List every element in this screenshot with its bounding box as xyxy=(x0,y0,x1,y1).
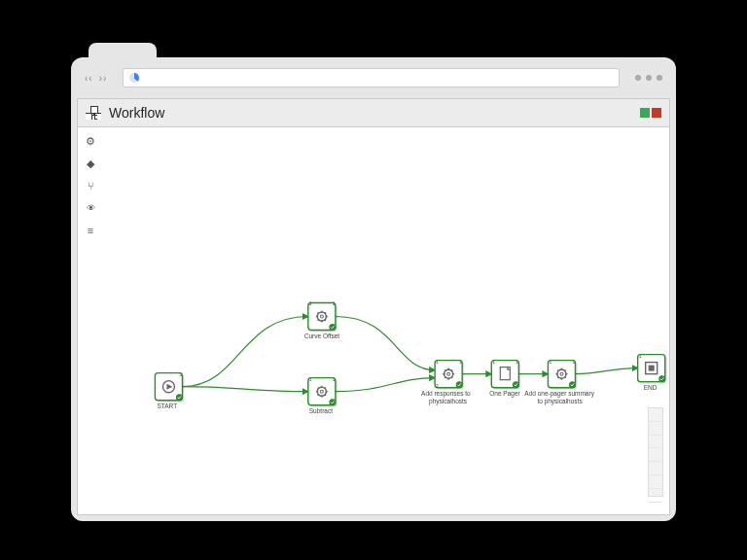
svg-text:One Pager: One Pager xyxy=(489,390,520,398)
node-end[interactable]: 1 END xyxy=(638,353,667,391)
svg-text:1: 1 xyxy=(516,359,518,365)
svg-point-31 xyxy=(513,381,519,388)
svg-text:Add one-pager summary: Add one-pager summary xyxy=(524,390,594,398)
forward-button[interactable]: ›› xyxy=(99,73,108,84)
svg-text:1: 1 xyxy=(309,376,312,382)
sliders-icon[interactable]: ≡ xyxy=(84,224,97,237)
svg-text:1: 1 xyxy=(333,376,336,382)
svg-text:START: START xyxy=(157,402,177,409)
browser-tab[interactable] xyxy=(89,43,157,57)
svg-text:1: 1 xyxy=(572,359,575,365)
browser-window: ‹‹ ›› Workflow ⚙ ◆ ⑂ 👁 ≡ xyxy=(71,57,676,521)
svg-point-37 xyxy=(569,381,576,388)
svg-rect-45 xyxy=(649,366,655,371)
app-viewport: Workflow ⚙ ◆ ⑂ 👁 ≡ xyxy=(77,98,670,515)
status-error-icon xyxy=(652,108,661,118)
svg-text:Add responses to: Add responses to xyxy=(421,390,471,398)
titlebar: Workflow xyxy=(78,99,669,127)
browser-chrome: ‹‹ ›› xyxy=(71,57,676,98)
svg-text:1: 1 xyxy=(333,300,336,306)
node-subtract[interactable]: 1 1 Subtract xyxy=(308,376,338,414)
zoom-slider[interactable] xyxy=(648,407,663,497)
svg-point-5 xyxy=(176,394,183,401)
svg-text:1: 1 xyxy=(549,359,551,365)
svg-text:2: 2 xyxy=(436,383,439,389)
workflow-canvas[interactable]: 1 START 1 1 Curve Offset xyxy=(103,126,669,514)
svg-text:to physicalhosts: to physicalhosts xyxy=(537,398,583,405)
diamond-icon[interactable]: ◆ xyxy=(84,157,97,170)
svg-point-22 xyxy=(456,381,463,388)
svg-text:Subtract: Subtract xyxy=(309,407,333,414)
workflow-icon xyxy=(86,106,101,120)
node-add-summary[interactable]: 1 1 Add one-pager summary to physicalhos… xyxy=(524,359,594,405)
eye-icon[interactable]: 👁 xyxy=(84,201,97,215)
svg-point-16 xyxy=(329,399,336,405)
status-indicators xyxy=(640,108,661,118)
svg-text:1: 1 xyxy=(639,353,642,359)
node-start[interactable]: 1 START xyxy=(155,371,184,409)
browser-menu-button[interactable] xyxy=(635,75,662,81)
svg-text:Curve Offset: Curve Offset xyxy=(304,332,340,339)
svg-point-10 xyxy=(329,324,336,331)
svg-point-46 xyxy=(658,375,665,382)
svg-text:1: 1 xyxy=(492,359,495,365)
site-icon xyxy=(129,73,139,83)
node-curve-offset[interactable]: 1 1 Curve Offset xyxy=(304,300,340,338)
svg-text:1: 1 xyxy=(309,300,312,306)
left-toolbar: ⚙ ◆ ⑂ 👁 ≡ xyxy=(78,126,103,237)
url-bar[interactable] xyxy=(123,68,620,88)
node-add-responses[interactable]: 1 2 1 Add responses to physicalhosts xyxy=(421,359,471,405)
svg-text:END: END xyxy=(644,384,658,391)
page-title: Workflow xyxy=(109,105,164,121)
svg-text:1: 1 xyxy=(436,359,439,365)
svg-text:physicalhosts: physicalhosts xyxy=(429,398,468,405)
branch-icon[interactable]: ⑂ xyxy=(84,179,97,192)
node-one-pager[interactable]: 1 1 One Pager xyxy=(489,359,520,398)
svg-text:1: 1 xyxy=(459,359,462,365)
status-ok-icon xyxy=(640,108,650,118)
gear-icon[interactable]: ⚙ xyxy=(84,134,97,148)
back-button[interactable]: ‹‹ xyxy=(85,73,93,84)
svg-text:1: 1 xyxy=(179,371,182,377)
